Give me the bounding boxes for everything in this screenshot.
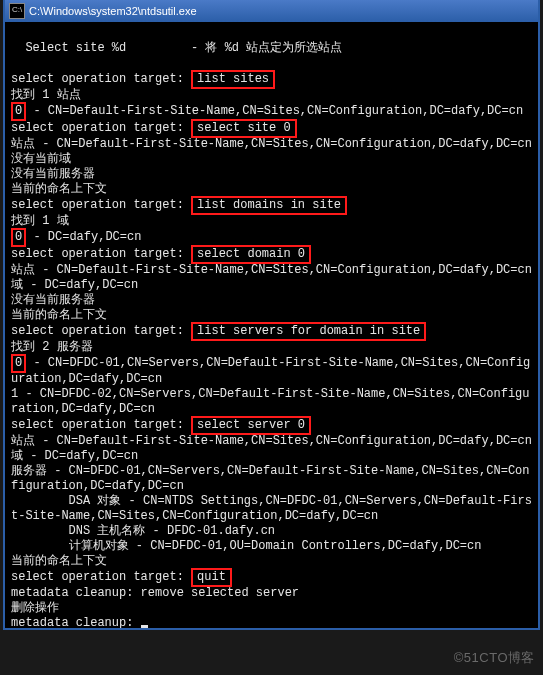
prompt-line: select operation target: list domains in…	[11, 198, 347, 212]
cmd-list-sites: list sites	[191, 70, 275, 89]
prompt-line: select operation target: list servers fo…	[11, 324, 426, 338]
found-sites: 找到 1 站点	[11, 88, 81, 102]
window-title: C:\Windows\system32\ntdsutil.exe	[29, 5, 534, 17]
server-selected: 服务器 - CN=DFDC-01,CN=Servers,CN=Default-F…	[11, 464, 529, 493]
current-nc: 当前的命名上下文	[11, 554, 107, 568]
prompt-line: select operation target: select site 0	[11, 121, 297, 135]
cursor-icon	[141, 625, 148, 628]
site-selected: 站点 - CN=Default-First-Site-Name,CN=Sites…	[11, 263, 532, 277]
cmd-select-domain: select domain 0	[191, 245, 311, 264]
no-domain: 没有当前域	[11, 152, 71, 166]
cmd-list-servers: list servers for domain in site	[191, 322, 426, 341]
found-domains: 找到 1 域	[11, 214, 69, 228]
current-nc: 当前的命名上下文	[11, 182, 107, 196]
dsa-line: DSA 对象 - CN=NTDS Settings,CN=DFDC-01,CN=…	[11, 494, 532, 523]
domain-label: 域 - DC=dafy,DC=cn	[11, 278, 138, 292]
cmd-list-domains: list domains in site	[191, 196, 347, 215]
domain-row: 0 - DC=dafy,DC=cn	[11, 230, 141, 244]
server-row-1: 1 - CN=DFDC-02,CN=Servers,CN=Default-Fir…	[11, 387, 529, 416]
domain-selected: 域 - DC=dafy,DC=cn	[11, 449, 138, 463]
prompt-line: select operation target: list sites	[11, 72, 275, 86]
app-icon: C:\	[9, 3, 25, 19]
no-server: 没有当前服务器	[11, 167, 95, 181]
site-selected: 站点 - CN=Default-First-Site-Name,CN=Sites…	[11, 137, 532, 151]
found-servers: 找到 2 服务器	[11, 340, 93, 354]
prompt-line: select operation target: quit	[11, 570, 232, 584]
site-row: 0 - CN=Default-First-Site-Name,CN=Sites,…	[11, 104, 523, 118]
delete-op: 删除操作	[11, 601, 59, 615]
site-selected: 站点 - CN=Default-First-Site-Name,CN=Sites…	[11, 434, 532, 448]
prompt-line: select operation target: select domain 0	[11, 247, 311, 261]
help-line: Select site %d - 将 %d 站点定为所选站点	[11, 41, 342, 55]
server-row-0: 0 - CN=DFDC-01,CN=Servers,CN=Default-Fir…	[11, 356, 530, 386]
current-nc: 当前的命名上下文	[11, 308, 107, 322]
meta-prompt: metadata cleanup:	[11, 616, 148, 628]
no-server: 没有当前服务器	[11, 293, 95, 307]
index-0: 0	[11, 228, 26, 247]
dns-line: DNS 主机名称 - DFDC-01.dafy.cn	[11, 524, 275, 538]
cmd-quit: quit	[191, 568, 232, 587]
index-0: 0	[11, 102, 26, 121]
watermark: ©51CTO博客	[454, 649, 535, 667]
computer-line: 计算机对象 - CN=DFDC-01,OU=Domain Controllers…	[11, 539, 481, 553]
cmd-select-server: select server 0	[191, 416, 311, 435]
title-bar[interactable]: C:\ C:\Windows\system32\ntdsutil.exe	[5, 0, 538, 22]
cmd-select-site: select site 0	[191, 119, 297, 138]
meta-remove: metadata cleanup: remove selected server	[11, 586, 299, 600]
console-window: C:\ C:\Windows\system32\ntdsutil.exe Sel…	[3, 0, 540, 630]
index-0: 0	[11, 354, 26, 373]
terminal-output[interactable]: Select site %d - 将 %d 站点定为所选站点 select op…	[5, 22, 538, 628]
prompt-line: select operation target: select server 0	[11, 418, 311, 432]
